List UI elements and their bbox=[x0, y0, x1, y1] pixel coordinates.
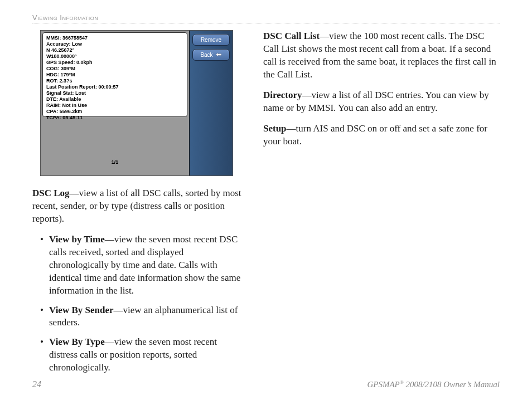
list-item-heading: View By Type bbox=[49, 336, 105, 347]
info-line: TCPA: 05:45:11 bbox=[46, 115, 183, 121]
page-number: 24 bbox=[32, 379, 41, 389]
info-line: N 46.25672° bbox=[46, 47, 183, 53]
back-button-label: Back bbox=[200, 52, 212, 58]
info-line: Last Position Report: 00:00:57 bbox=[46, 84, 183, 90]
registered-icon: ® bbox=[400, 379, 404, 385]
dsc-call-list-paragraph: DSC Call List—view the 100 most recent c… bbox=[263, 30, 500, 81]
info-line: Signal Stat: Lost bbox=[46, 90, 183, 96]
info-panel: MMSI: 366758547 Accuracy: Low N 46.25672… bbox=[42, 32, 187, 117]
info-line: RAIM: Not In Use bbox=[46, 103, 183, 109]
info-line: HDG: 179°M bbox=[46, 72, 183, 78]
page-indicator: 1/1 bbox=[43, 159, 187, 165]
device-main-panel: MMSI: 366758547 Accuracy: Low N 46.25672… bbox=[41, 31, 189, 175]
list-item-heading: View By Sender bbox=[49, 305, 114, 315]
section-title: Viewing Information bbox=[32, 13, 98, 22]
dsc-log-paragraph: DSC Log—view a list of all DSC calls, so… bbox=[32, 187, 243, 226]
setup-paragraph: Setup—turn AIS and DSC on or off and set… bbox=[263, 123, 500, 148]
info-line: CPA: 5596.2km bbox=[46, 109, 183, 115]
info-line: COG: 309°M bbox=[46, 66, 183, 72]
list-item: View By Type—view the seven most recent … bbox=[49, 336, 243, 374]
page-footer: 24 GPSMAP® 2008/2108 Owner’s Manual bbox=[32, 379, 500, 389]
left-column: MMSI: 366758547 Accuracy: Low N 46.25672… bbox=[32, 30, 243, 382]
page-header: Viewing Information bbox=[32, 13, 500, 23]
paragraph-heading: Setup bbox=[263, 123, 287, 134]
info-line: Accuracy: Low bbox=[46, 41, 183, 47]
info-line: DTE: Available bbox=[46, 96, 183, 103]
paragraph-text: —turn AIS and DSC on or off and set a sa… bbox=[263, 123, 487, 147]
device-screenshot: MMSI: 366758547 Accuracy: Low N 46.25672… bbox=[40, 30, 233, 176]
info-line: MMSI: 366758547 bbox=[46, 35, 183, 41]
paragraph-heading: Directory bbox=[263, 90, 302, 100]
info-line: W180.00000° bbox=[46, 53, 183, 60]
view-options-list: View by Time—view the seven most recent … bbox=[32, 233, 243, 374]
list-item-heading: View by Time bbox=[49, 234, 105, 245]
right-column: DSC Call List—view the 100 most recent c… bbox=[263, 30, 500, 382]
list-item: View by Time—view the seven most recent … bbox=[49, 233, 243, 297]
paragraph-heading: DSC Call List bbox=[263, 31, 320, 41]
info-line: GPS Speed: 0.0kph bbox=[46, 60, 183, 66]
title-tail: 2008/2108 Owner’s Manual bbox=[404, 380, 500, 389]
product-name: GPSMAP bbox=[367, 380, 399, 389]
remove-button-label: Remove bbox=[201, 37, 221, 43]
remove-button[interactable]: Remove bbox=[192, 34, 230, 46]
list-item: View By Sender—view an alphanumerical li… bbox=[49, 304, 243, 330]
back-button[interactable]: Back bbox=[192, 49, 230, 61]
content-columns: MMSI: 366758547 Accuracy: Low N 46.25672… bbox=[32, 30, 500, 382]
directory-paragraph: Directory—view a list of all DSC entries… bbox=[263, 89, 500, 115]
back-arrow-icon bbox=[215, 52, 222, 58]
device-side-panel: Remove Back bbox=[189, 31, 233, 175]
info-line: ROT: 2.3?s bbox=[46, 78, 183, 84]
dsc-log-heading: DSC Log bbox=[32, 188, 70, 198]
book-title: GPSMAP® 2008/2108 Owner’s Manual bbox=[367, 379, 500, 389]
